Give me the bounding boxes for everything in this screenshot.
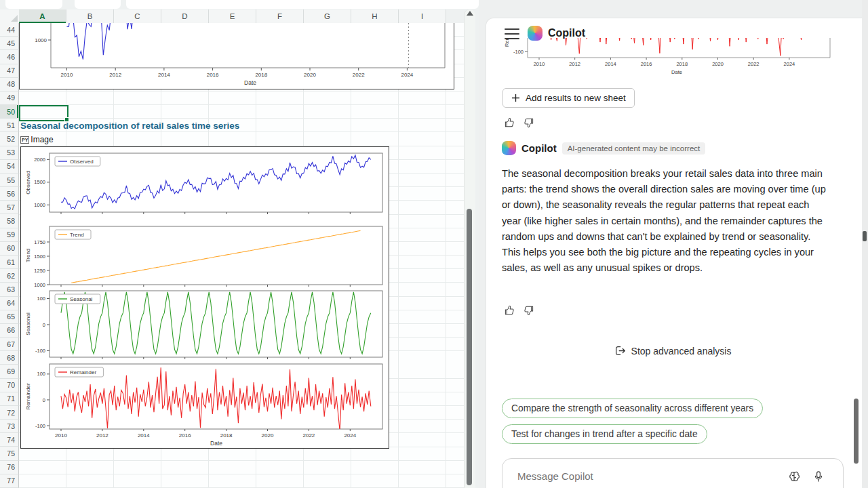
message-header: Copilot AI-generated content may be inco…: [502, 141, 705, 155]
row-header-57[interactable]: 57: [0, 201, 19, 214]
svg-text:1250: 1250: [34, 268, 45, 274]
brain-icon[interactable]: [787, 470, 801, 483]
row-header-74[interactable]: 74: [0, 433, 19, 447]
row-header-53[interactable]: 53: [0, 146, 19, 160]
copilot-message-text: The seasonal decomposition breaks your r…: [502, 166, 826, 276]
svg-text:2010: 2010: [534, 61, 545, 67]
column-header-A[interactable]: A: [19, 9, 66, 24]
svg-text:Remainder: Remainder: [25, 383, 31, 409]
decomposition-image[interactable]: 200015001000ObservedObserved175015001250…: [20, 146, 389, 449]
feedback-row-2: [503, 304, 535, 317]
column-header-C[interactable]: C: [114, 9, 161, 24]
row-header-61[interactable]: 61: [0, 256, 19, 269]
row-header-72[interactable]: 72: [0, 406, 19, 420]
copilot-scrollbar-thumb[interactable]: [854, 399, 859, 464]
row-header-70[interactable]: 70: [0, 379, 19, 392]
row-header-65[interactable]: 65: [0, 310, 19, 324]
svg-text:-100: -100: [513, 49, 524, 55]
svg-text:2012: 2012: [109, 72, 121, 78]
row-header-75[interactable]: 75: [0, 447, 19, 460]
svg-text:100: 100: [37, 296, 45, 302]
thumbs-down-icon[interactable]: [523, 117, 535, 129]
svg-text:2012: 2012: [569, 61, 580, 67]
svg-text:2022: 2022: [303, 432, 315, 439]
svg-text:2014: 2014: [138, 432, 150, 439]
row-header-62[interactable]: 62: [0, 269, 19, 283]
corner-triangle-icon: [11, 15, 18, 22]
thumbs-up-icon[interactable]: [503, 117, 515, 129]
svg-text:2022: 2022: [748, 61, 760, 67]
column-header-F[interactable]: F: [256, 9, 304, 24]
svg-text:Trend: Trend: [25, 249, 31, 263]
svg-text:1500: 1500: [34, 179, 45, 185]
column-header-B[interactable]: B: [66, 9, 114, 24]
column-header-E[interactable]: E: [209, 9, 256, 24]
svg-text:2020: 2020: [262, 432, 274, 439]
pane-resize-handle[interactable]: [863, 231, 867, 241]
column-header-G[interactable]: G: [304, 9, 351, 24]
name-box-fragment[interactable]: [5, 0, 62, 9]
row-header-64[interactable]: 64: [0, 297, 19, 310]
decomposition-svg: 200015001000ObservedObserved175015001250…: [21, 147, 389, 448]
formula-bar-fragment[interactable]: [126, 0, 479, 9]
row-header-69[interactable]: 69: [0, 365, 19, 378]
svg-text:2016: 2016: [179, 432, 191, 439]
row-header-55[interactable]: 55: [0, 174, 19, 187]
row-header-59[interactable]: 59: [0, 228, 19, 242]
thumbs-up-icon[interactable]: [503, 304, 515, 317]
row-header-73[interactable]: 73: [0, 420, 19, 433]
row-header-58[interactable]: 58: [0, 214, 19, 228]
row-header-76[interactable]: 76: [0, 461, 19, 474]
message-input[interactable]: [516, 470, 743, 483]
row-header-50[interactable]: 50: [0, 105, 19, 119]
column-header-H[interactable]: H: [351, 9, 399, 24]
app-window: ABCDEFGHI 444546474849505152535455565758…: [0, 0, 868, 488]
svg-text:2000: 2000: [34, 157, 45, 163]
row-header-44[interactable]: 44: [0, 23, 19, 37]
toolbar-fragment[interactable]: [75, 0, 121, 9]
column-header-D[interactable]: D: [161, 9, 209, 24]
row-header-60[interactable]: 60: [0, 242, 19, 256]
suggestion-pill-2[interactable]: Test for changes in trend after a specif…: [502, 424, 707, 444]
row-header-77[interactable]: 77: [0, 474, 19, 488]
row-header-54[interactable]: 54: [0, 160, 19, 174]
row-header-46[interactable]: 46: [0, 50, 19, 64]
stop-advanced-analysis-button[interactable]: Stop advanced analysis: [502, 345, 844, 357]
row-header-56[interactable]: 56: [0, 187, 19, 201]
row-header-47[interactable]: 47: [0, 64, 19, 78]
suggestion-pill-1[interactable]: Compare the strength of seasonality acro…: [502, 399, 763, 418]
svg-text:1000: 1000: [35, 37, 47, 43]
observed-chart-partial[interactable]: 20102012201420162018202020222024Date1000: [19, 23, 454, 89]
svg-text:1000: 1000: [34, 202, 45, 208]
row-header-48[interactable]: 48: [0, 78, 19, 92]
svg-text:Remainder: Remainder: [504, 38, 510, 47]
svg-text:Seasonal: Seasonal: [25, 312, 31, 336]
sheet-scrollbar-thumb[interactable]: [467, 209, 472, 485]
microphone-icon[interactable]: [812, 470, 825, 483]
svg-text:2024: 2024: [784, 61, 795, 67]
sign-out-icon: [614, 345, 626, 357]
row-header-71[interactable]: 71: [0, 392, 19, 406]
observed-chart-svg: 20102012201420162018202020222024Date1000: [20, 23, 454, 89]
svg-text:2018: 2018: [676, 61, 688, 67]
row-header-67[interactable]: 67: [0, 338, 19, 351]
row-header-49[interactable]: 49: [0, 92, 19, 105]
svg-text:2010: 2010: [55, 432, 67, 439]
thumbs-down-icon[interactable]: [523, 304, 535, 317]
svg-text:Remainder: Remainder: [70, 369, 96, 375]
row-header-52[interactable]: 52: [0, 132, 19, 146]
row-header-45[interactable]: 45: [0, 37, 19, 50]
svg-text:2014: 2014: [158, 72, 170, 78]
window-edge-strip: [862, 0, 868, 488]
column-header-I[interactable]: I: [399, 9, 446, 24]
scroll-up-arrow-icon[interactable]: [467, 11, 473, 16]
stop-advanced-analysis-label: Stop advanced analysis: [631, 346, 732, 357]
python-image-label: Image: [31, 135, 53, 144]
row-header-66[interactable]: 66: [0, 324, 19, 338]
row-header-51[interactable]: 51: [0, 119, 19, 132]
python-image-cell[interactable]: PY Image: [20, 134, 54, 146]
select-all-corner[interactable]: [0, 9, 20, 24]
add-results-button[interactable]: Add results to new sheet: [502, 88, 635, 108]
row-header-63[interactable]: 63: [0, 283, 19, 296]
row-header-68[interactable]: 68: [0, 351, 19, 365]
